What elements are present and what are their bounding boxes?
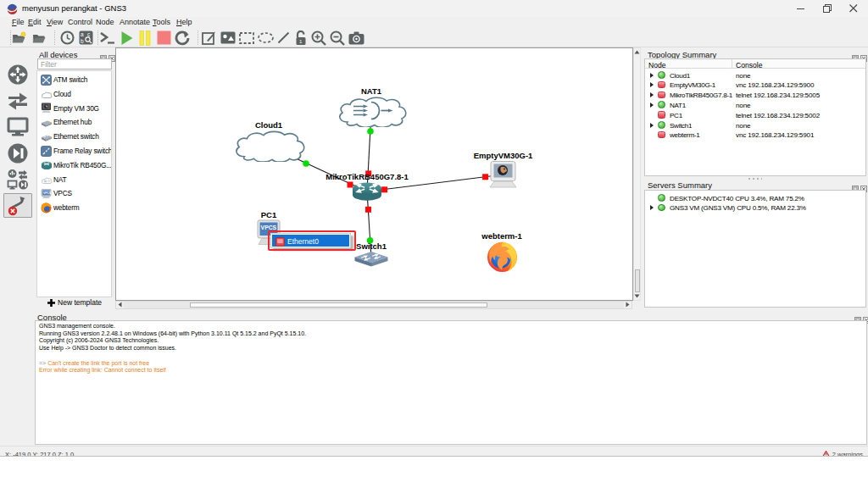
open-project-folder-icon[interactable] [31,29,49,47]
device-template-ethernet-switch[interactable]: Ethernet switch [37,129,111,143]
restore-button[interactable] [815,0,840,17]
node-label-cloud1[interactable]: Cloud1 [255,120,282,130]
column-node[interactable]: Node [648,61,666,69]
node-emptyvm[interactable] [487,161,519,189]
node-label-switch1[interactable]: Switch1 [356,241,387,251]
hscroll-thumb[interactable] [190,302,487,308]
browse-routers-icon[interactable] [3,62,32,86]
device-filter-input[interactable] [37,58,112,69]
draw-line-icon[interactable] [274,29,292,47]
server-row[interactable]: GNS3 VM (GNS3 VM) CPU 0.5%, RAM 22.3% [645,202,865,213]
device-template-mikrotik-rb450g-[interactable]: MikroTik RB450G... [37,157,111,171]
float-panel-icon[interactable] [852,180,859,187]
device-template-atm-switch[interactable]: ATM switch [37,72,111,86]
minimize-button[interactable] [788,0,814,17]
splitter-handle[interactable] [748,178,762,180]
suspend-icon[interactable] [136,29,154,47]
column-console[interactable]: Console [736,61,763,69]
device-template-cloud[interactable]: Cloud [37,86,111,100]
menu-view[interactable]: View [47,18,63,26]
menu-node[interactable]: Node [96,18,114,26]
browse-end-devices-icon[interactable] [3,114,32,139]
close-panel-icon[interactable] [863,312,868,319]
expand-arrow-icon[interactable] [650,205,654,210]
new-project-folder-icon[interactable] [11,29,30,47]
expand-arrow-icon[interactable] [650,73,654,78]
topology-canvas[interactable]: Cloud1 NAT1 MikroTikRB450G7.8-1 EmptyVM3… [115,47,633,301]
draw-ellipse-icon[interactable] [257,29,275,47]
expand-arrow-icon[interactable] [650,82,654,87]
device-template-frame-relay-switch[interactable]: Frame Relay switch [37,143,111,158]
zoom-in-icon[interactable] [309,29,328,47]
snapshot-clock-icon[interactable] [58,29,77,47]
server-row[interactable]: DESKTOP-NVDCT40 CPU 3.4%, RAM 75.2% [645,193,865,203]
scroll-down-icon[interactable] [634,292,640,300]
float-panel-icon[interactable] [852,50,859,57]
expand-arrow-icon[interactable] [650,123,654,128]
close-button[interactable] [841,0,866,17]
menu-file[interactable]: File [12,18,25,26]
node-mikrotik[interactable] [351,181,383,202]
device-template-ethernet-hub[interactable]: Ethernet hub [37,114,111,129]
zoom-out-icon[interactable] [328,29,347,47]
float-panel-icon[interactable] [854,312,861,319]
node-switch1[interactable] [354,251,388,267]
float-panel-icon[interactable] [100,50,107,57]
add-note-icon[interactable] [200,29,219,47]
node-label-nat1[interactable]: NAT1 [361,86,381,96]
topology-row-mikrotikrb450g7.8-1[interactable]: MikroTikRB450G7.8-1telnet 192.168.234.12… [645,90,865,100]
canvas-vertical-scrollbar[interactable] [633,47,641,301]
device-template-nat[interactable]: NAT [37,171,111,186]
browse-switches-icon[interactable] [3,88,32,113]
scroll-up-icon[interactable] [634,48,640,56]
device-template-webterm[interactable]: webterm [37,200,111,214]
close-panel-icon[interactable] [860,180,867,187]
node-label-webterm1[interactable]: webterm-1 [481,231,522,241]
node-webterm1[interactable] [487,240,518,273]
topology-row-pc1[interactable]: PC1telnet 192.168.234.129:5002 [645,110,865,120]
lock-icon[interactable]: 1 [292,29,310,47]
topology-row-emptyvm30g-1[interactable]: EmptyVM30G-1vnc 192.168.234.129:5900 [645,80,865,90]
draw-rectangle-icon[interactable] [237,29,256,47]
node-cloud1[interactable] [232,130,305,162]
topology-row-cloud1[interactable]: Cloud1none [645,70,865,80]
menu-help[interactable]: Help [176,18,192,26]
console-output[interactable]: GNS3 management console.Running GNS3 ver… [35,320,867,445]
device-template-vpcs[interactable]: VPCSVPCS [37,186,111,200]
scroll-left-icon[interactable] [116,302,124,308]
close-panel-icon[interactable] [108,50,115,57]
browse-all-devices-icon[interactable] [3,167,32,191]
menu-annotate[interactable]: Annotate [120,18,150,26]
node-label-pc1[interactable]: PC1 [261,210,276,219]
node-label-emptyvm[interactable]: EmptyVM30G-1 [474,151,533,160]
reload-icon[interactable] [173,29,192,47]
device-list-scrollbar[interactable] [112,70,114,297]
node-nat1[interactable] [336,96,407,127]
vscroll-thumb[interactable] [635,269,640,292]
topology-row-nat1[interactable]: NAT1none [645,100,865,110]
topology-row-webterm-1[interactable]: webterm-1vnc 192.168.234.129:5901 [645,130,865,140]
device-template-empty-vm-30g[interactable]: Empty VM 30G [37,100,111,114]
menu-control[interactable]: Control [68,18,92,26]
start-icon[interactable] [118,29,136,47]
close-panel-icon[interactable] [860,50,867,57]
expand-arrow-icon[interactable] [650,103,654,108]
new-template-button[interactable]: New template [34,298,115,310]
insert-picture-icon[interactable] [219,29,237,47]
node-label-mikrotik[interactable]: MikroTikRB450G7.8-1 [326,172,409,181]
started-led-icon [658,101,665,108]
expand-arrow-icon[interactable] [650,92,654,97]
menu-tools[interactable]: Tools [153,18,170,26]
menu-edit[interactable]: Edit [28,18,42,26]
interface-labels-icon[interactable]: acb [76,29,95,47]
browse-security-devices-icon[interactable] [3,141,32,165]
console-terminal-icon[interactable] [98,29,117,47]
stop-icon[interactable] [154,29,173,47]
warnings-indicator[interactable]: 2 warnings [822,451,863,457]
canvas-horizontal-scrollbar[interactable] [115,301,632,309]
scroll-right-icon[interactable] [624,302,632,308]
topology-row-switch1[interactable]: Switch1none [645,120,865,130]
ethernet-switch-icon [41,130,52,141]
add-link-icon[interactable] [3,193,32,218]
screenshot-camera-icon[interactable] [347,29,365,47]
